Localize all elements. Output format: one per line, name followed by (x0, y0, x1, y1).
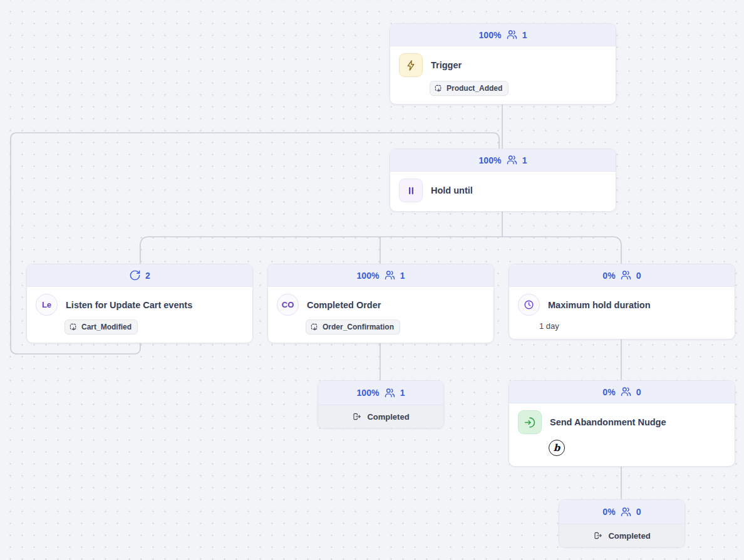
hold-duration-value: 1 day (539, 321, 726, 331)
node-hold-until[interactable]: 100% 1 Hold until (390, 148, 616, 212)
node-send-abandonment-nudge[interactable]: 0% 0 Send Abandonment Nudge b (509, 380, 735, 467)
count-stat: 0 (636, 271, 641, 281)
count-stat: 1 (522, 155, 527, 165)
exit-label-row: Completed (318, 405, 443, 428)
node-title: Hold until (431, 185, 473, 195)
node-title: Maximum hold duration (548, 300, 651, 310)
node-title: Trigger (431, 60, 462, 70)
exit-label: Completed (608, 531, 650, 541)
refresh-icon (129, 269, 141, 281)
selection-icon (70, 323, 78, 331)
users-icon (620, 506, 632, 518)
node-listen-cart-events[interactable]: 2 Le Listen for Update Cart events Cart_… (26, 264, 253, 343)
node-stats-header: 100% 1 (268, 264, 493, 287)
count-stat: 0 (636, 507, 641, 517)
pause-icon (399, 179, 423, 202)
count-stat: 0 (636, 387, 641, 397)
percent-stat: 0% (602, 271, 615, 281)
percent-stat: 100% (356, 271, 379, 281)
node-stats-header: 0% 0 (509, 264, 735, 287)
node-stats-header: 2 (27, 264, 252, 287)
event-badge: Product_Added (430, 81, 509, 96)
percent-stat: 0% (602, 507, 615, 517)
event-badge: Order_Confirmation (306, 319, 400, 334)
selection-icon (435, 85, 443, 93)
avatar-co: CO (277, 294, 299, 316)
selection-icon (311, 323, 319, 331)
enter-arrow-icon (518, 410, 542, 434)
exit-label-row: Completed (559, 524, 685, 547)
percent-stat: 100% (478, 155, 501, 165)
users-icon (620, 386, 632, 398)
users-icon (506, 29, 518, 41)
count-stat: 2 (145, 271, 150, 281)
node-trigger[interactable]: 100% 1 Trigger Product_Added (390, 23, 616, 105)
node-stats-header: 100% 1 (318, 381, 443, 405)
node-completed-order[interactable]: 100% 1 CO Completed Order Order_Confirma… (267, 264, 494, 343)
lightning-icon (399, 53, 423, 77)
node-max-hold-duration[interactable]: 0% 0 Maximum hold duration 1 day (509, 264, 735, 340)
node-title: Listen for Update Cart events (66, 300, 192, 310)
exit-label: Completed (367, 412, 409, 422)
users-icon (620, 269, 632, 281)
node-exit-completed-nudge[interactable]: 0% 0 Completed (559, 499, 685, 547)
percent-stat: 100% (478, 30, 501, 40)
users-icon (384, 269, 396, 281)
node-exit-completed-order[interactable]: 100% 1 Completed (318, 380, 444, 428)
node-stats-header: 100% 1 (390, 24, 616, 46)
avatar-le: Le (36, 294, 58, 316)
node-title: Completed Order (307, 300, 381, 310)
count-stat: 1 (522, 30, 527, 40)
exit-icon (593, 531, 603, 541)
users-icon (506, 154, 518, 166)
event-badge: Cart_Modified (65, 319, 138, 334)
percent-stat: 100% (356, 388, 379, 398)
clock-icon (518, 294, 540, 316)
users-icon (384, 387, 396, 399)
braze-channel-icon: b (549, 440, 565, 456)
node-stats-header: 0% 0 (559, 500, 685, 524)
node-stats-header: 100% 1 (390, 149, 616, 172)
node-title: Send Abandonment Nudge (550, 417, 666, 427)
percent-stat: 0% (602, 387, 615, 397)
exit-icon (352, 412, 362, 422)
count-stat: 1 (400, 271, 405, 281)
count-stat: 1 (400, 388, 405, 398)
node-stats-header: 0% 0 (509, 381, 735, 403)
journey-canvas: 100% 1 Trigger Product_Added 100% (0, 0, 744, 560)
